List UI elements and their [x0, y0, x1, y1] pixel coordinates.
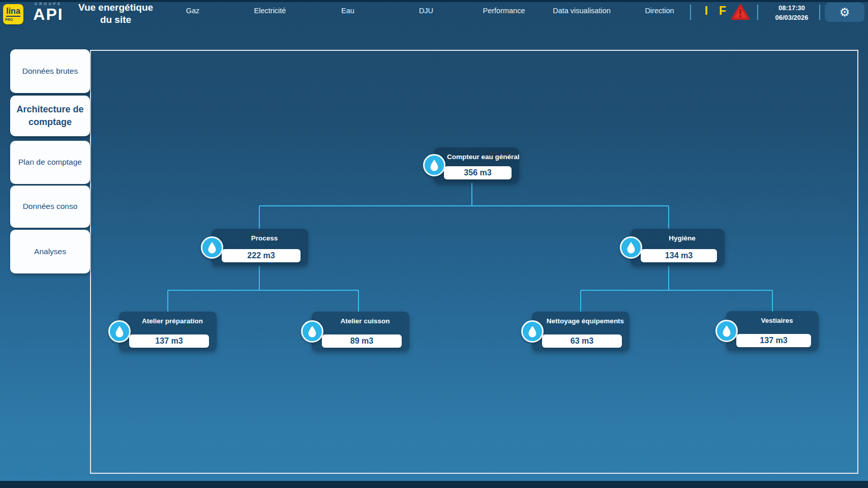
meter-node-label: Nettoyage équipements	[545, 317, 625, 325]
nav-item-performance[interactable]: Performance	[483, 7, 525, 15]
header-divider	[819, 5, 820, 20]
nav-item-direction[interactable]: Direction	[645, 7, 674, 15]
meter-node-value: 134 m3	[641, 249, 717, 262]
water-drop-icon	[521, 320, 544, 343]
nav-item-data-visualisation[interactable]: Data visualisation	[553, 7, 611, 15]
indicator-f[interactable]: F	[719, 4, 726, 18]
water-drop-icon	[108, 320, 131, 343]
meter-node-process[interactable]: Process222 m3	[212, 229, 308, 266]
meter-node-atelier-cuisson[interactable]: Atelier cuisson89 m3	[312, 312, 409, 351]
clock-display: 08:17:30 06/03/2026	[769, 4, 815, 23]
lina-logo-pro-text: PRO	[5, 18, 13, 21]
sidebar-tab-donnees-conso[interactable]: Données conso	[10, 186, 90, 228]
meter-node-hygiene[interactable]: Hygiène134 m3	[631, 229, 725, 266]
nav-item-electricite[interactable]: Electricité	[254, 7, 286, 15]
header-bar: lina PRO GROUPE API Vue energétique du s…	[0, 0, 868, 25]
meter-node-label: Atelier préparation	[132, 317, 213, 325]
bottom-edge-strip	[0, 481, 868, 488]
sidebar-tab-analyses[interactable]: Analyses	[10, 230, 90, 273]
lina-pro-logo: lina PRO	[3, 4, 23, 24]
meter-node-label: Compteur eau général	[447, 153, 515, 161]
warning-triangle-icon[interactable]	[731, 4, 750, 21]
api-label: API	[28, 6, 68, 22]
meter-node-value: 222 m3	[222, 249, 301, 262]
sidebar-tab-architecture-de-comptage[interactable]: Architecture de comptage	[10, 96, 90, 136]
groupe-api-logo: GROUPE API	[28, 2, 68, 22]
meter-node-nettoyage-equipements[interactable]: Nettoyage équipements63 m3	[532, 312, 630, 351]
clock-time: 08:17:30	[769, 4, 815, 13]
top-edge-strip	[0, 0, 868, 2]
header-divider	[757, 5, 758, 20]
meter-node-value: 89 m3	[322, 334, 402, 348]
meter-node-vestiaires[interactable]: Vestiaires137 m3	[726, 311, 819, 351]
meter-node-label: Atelier cuisson	[325, 317, 405, 325]
settings-button[interactable]: ⚙	[825, 3, 864, 22]
water-drop-icon	[715, 320, 738, 342]
header-divider	[690, 5, 691, 20]
meter-node-label: Process	[225, 234, 304, 242]
meter-node-label: Vestiaires	[739, 317, 815, 324]
gear-icon: ⚙	[840, 7, 850, 18]
meter-node-compteur-eau-general[interactable]: Compteur eau général356 m3	[434, 147, 519, 183]
clock-date: 06/03/2026	[769, 13, 815, 23]
page-title: Vue energétique du site	[74, 2, 158, 26]
water-drop-icon	[423, 154, 445, 176]
water-drop-icon	[201, 236, 223, 259]
sidebar-tab-donnees-brutes[interactable]: Données brutes	[10, 49, 90, 93]
sidebar-tab-plan-de-comptage[interactable]: Plan de comptage	[10, 141, 90, 184]
meter-node-value: 63 m3	[542, 334, 622, 348]
main-panel	[90, 50, 858, 474]
meter-node-label: Hygiène	[644, 234, 721, 242]
water-drop-icon	[620, 236, 642, 259]
lina-logo-text: lina	[6, 7, 20, 17]
meter-node-atelier-preparation[interactable]: Atelier préparation137 m3	[119, 312, 217, 351]
water-drop-icon	[301, 320, 323, 343]
nav-item-eau[interactable]: Eau	[341, 7, 354, 15]
meter-node-value: 137 m3	[129, 334, 209, 348]
nav-item-dju[interactable]: DJU	[419, 7, 433, 15]
nav-item-gaz[interactable]: Gaz	[186, 7, 200, 15]
indicator-i[interactable]: I	[705, 4, 708, 18]
meter-node-value: 137 m3	[736, 334, 811, 347]
app-root: lina PRO GROUPE API Vue energétique du s…	[0, 0, 868, 488]
meter-node-value: 356 m3	[444, 166, 512, 179]
